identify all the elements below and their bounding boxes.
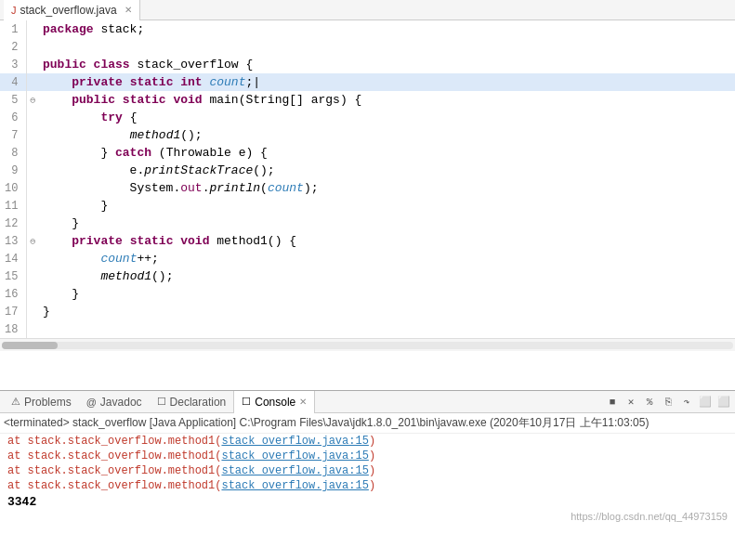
code-line: System.out.println(count);: [39, 179, 735, 197]
console-number: 3342: [0, 493, 735, 511]
editor-tab[interactable]: J stack_overflow.java ✕: [4, 0, 140, 20]
fold-icon: [26, 267, 39, 285]
console-error-line: at stack.stack_overflow.method1(stack_ov…: [0, 478, 735, 493]
tab-problems-label: Problems: [24, 396, 72, 409]
tab-javadoc[interactable]: @ Javadoc: [79, 391, 150, 413]
fold-icon: [26, 56, 39, 73]
panel-tabs-row: ⚠ Problems @ Javadoc ☐ Declaration ☐ Con…: [0, 391, 735, 413]
tab-declaration-label: Declaration: [170, 396, 227, 409]
scrollbar-track[interactable]: [2, 342, 733, 349]
code-line: }: [39, 303, 735, 320]
line-number: 4: [0, 73, 26, 91]
line-number: 7: [0, 126, 26, 144]
code-line: package stack;: [39, 20, 735, 38]
code-editor[interactable]: 1package stack;2 3public class stack_ove…: [0, 20, 735, 390]
horizontal-scrollbar[interactable]: [0, 338, 735, 351]
console-link[interactable]: stack_overflow.java:15: [221, 464, 368, 477]
line-number: 6: [0, 109, 26, 126]
fold-icon: [26, 215, 39, 232]
console-errors: at stack.stack_overflow.method1(stack_ov…: [0, 434, 735, 493]
line-number: 13: [0, 232, 26, 250]
line-number: 16: [0, 285, 26, 303]
code-line: count++;: [39, 250, 735, 267]
code-line: method1();: [39, 267, 735, 285]
code-line: }: [39, 197, 735, 215]
code-line: method1();: [39, 126, 735, 144]
fold-icon: [26, 144, 39, 162]
watermark: https://blog.csdn.net/qq_44973159: [0, 511, 735, 524]
fold-icon: [26, 179, 39, 197]
console-icon: ☐: [242, 396, 251, 408]
fold-icon: [26, 109, 39, 126]
fold-icon: [26, 126, 39, 144]
console-terminated-line: <terminated> stack_overflow [Java Applic…: [0, 413, 735, 434]
problems-icon: ⚠: [11, 396, 20, 408]
console-area: <terminated> stack_overflow [Java Applic…: [0, 413, 735, 547]
fold-icon: [26, 38, 39, 56]
expand-button[interactable]: ⬜: [716, 395, 731, 410]
fold-icon: [26, 73, 39, 91]
javadoc-icon: @: [86, 397, 97, 408]
code-line: }: [39, 215, 735, 232]
code-table: 1package stack;2 3public class stack_ove…: [0, 20, 735, 338]
line-number: 18: [0, 320, 26, 338]
code-line: [39, 38, 735, 56]
line-number: 9: [0, 162, 26, 179]
pin-button[interactable]: ⬜: [698, 395, 713, 410]
code-line: }: [39, 285, 735, 303]
panel-tabs: ⚠ Problems @ Javadoc ☐ Declaration ☐ Con…: [0, 391, 735, 413]
line-number: 11: [0, 197, 26, 215]
scrollbar-thumb[interactable]: [2, 342, 58, 349]
fold-icon: [26, 162, 39, 179]
copy-button[interactable]: ⎘: [661, 395, 676, 410]
tab-console-label: Console: [255, 396, 295, 409]
line-number: 5: [0, 91, 26, 109]
line-number: 15: [0, 267, 26, 285]
declaration-icon: ☐: [157, 396, 166, 408]
line-number: 14: [0, 250, 26, 267]
console-error-line: at stack.stack_overflow.method1(stack_ov…: [0, 449, 735, 463]
refresh-button[interactable]: ↷: [679, 395, 694, 410]
fold-icon: [26, 303, 39, 320]
tab-console[interactable]: ☐ Console ✕: [233, 391, 315, 413]
line-number: 2: [0, 38, 26, 56]
tab-close-icon[interactable]: ✕: [125, 5, 132, 15]
panel-toolbar: ■ ✕ % ⎘ ↷ ⬜ ⬜: [601, 395, 735, 410]
line-number: 17: [0, 303, 26, 320]
bottom-panel: ⚠ Problems @ Javadoc ☐ Declaration ☐ Con…: [0, 390, 735, 547]
console-link[interactable]: stack_overflow.java:15: [221, 479, 368, 492]
code-line: } catch (Throwable e) {: [39, 144, 735, 162]
tab-problems[interactable]: ⚠ Problems: [4, 391, 79, 413]
console-error-line: at stack.stack_overflow.method1(stack_ov…: [0, 463, 735, 478]
code-line: public class stack_overflow {: [39, 56, 735, 73]
fold-icon: [26, 197, 39, 215]
console-error-line: at stack.stack_overflow.method1(stack_ov…: [0, 434, 735, 449]
stop-button[interactable]: ■: [605, 395, 620, 410]
console-link[interactable]: stack_overflow.java:15: [221, 435, 368, 448]
tab-bar: J stack_overflow.java ✕: [0, 0, 735, 20]
tab-declaration[interactable]: ☐ Declaration: [150, 391, 234, 413]
fold-icon: [26, 285, 39, 303]
line-number: 8: [0, 144, 26, 162]
percent-button[interactable]: %: [642, 395, 657, 410]
code-line: public static void main(String[] args) {: [39, 91, 735, 109]
tab-filename: stack_overflow.java: [20, 4, 117, 17]
line-number: 1: [0, 20, 26, 38]
line-number: 3: [0, 56, 26, 73]
fold-icon[interactable]: ⊖: [26, 91, 39, 109]
tab-javadoc-label: Javadoc: [100, 396, 142, 409]
fold-icon: [26, 250, 39, 267]
line-number: 12: [0, 215, 26, 232]
code-line: [39, 320, 735, 338]
console-link[interactable]: stack_overflow.java:15: [221, 449, 368, 462]
code-line: private static void method1() {: [39, 232, 735, 250]
code-line: private static int count;|: [39, 73, 735, 91]
fold-icon[interactable]: ⊖: [26, 232, 39, 250]
console-tab-indicator: ✕: [299, 397, 307, 407]
code-line: e.printStackTrace();: [39, 162, 735, 179]
line-number: 10: [0, 179, 26, 197]
code-line: try {: [39, 109, 735, 126]
close-button[interactable]: ✕: [623, 395, 638, 410]
fold-icon: [26, 20, 39, 38]
fold-icon: [26, 320, 39, 338]
